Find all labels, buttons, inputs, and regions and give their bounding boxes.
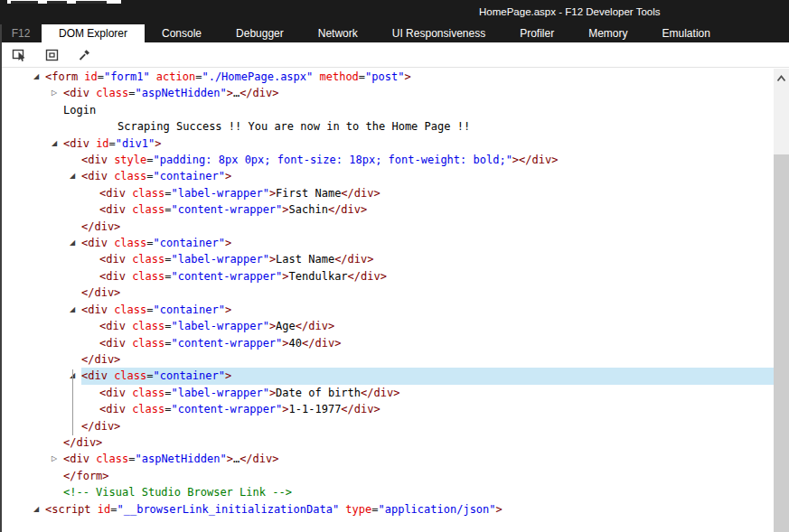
- dom-tree-row[interactable]: ▷<div class="aspNetHidden">…</div>: [2, 85, 774, 101]
- dom-tree-row-text: <div class="content-wrapper">Sachin</div…: [99, 201, 774, 218]
- dom-tree-row-text: <div class="content-wrapper">40</div>: [99, 335, 774, 351]
- twisty-expanded-icon[interactable]: ◢: [70, 368, 81, 384]
- f12-label: F12: [0, 24, 42, 42]
- dom-tree-row[interactable]: </form>: [2, 468, 774, 484]
- dom-tree-row[interactable]: <div class="label-wrapper">First Name</d…: [2, 185, 774, 201]
- dom-tree-row-text: <div class="container">: [81, 368, 774, 384]
- background-window-sliver: [7, 0, 121, 4]
- dom-tree-row[interactable]: </div>: [2, 418, 774, 434]
- element-highlight-icon: [44, 47, 61, 63]
- vertical-scrollbar[interactable]: [774, 69, 789, 532]
- dom-tree-row[interactable]: <div class="label-wrapper">Last Name</di…: [2, 251, 774, 267]
- dom-tree-row-text: <div class="label-wrapper">Date of birth…: [99, 385, 774, 401]
- selected-node-guide-line: [72, 369, 73, 435]
- dom-tree-row[interactable]: <!-- Visual Studio Browser Link -->: [2, 484, 774, 500]
- dom-tree-row[interactable]: ◢<div class="container">: [2, 168, 774, 184]
- dom-tree-row-text: <div class="container">: [81, 235, 774, 251]
- dom-tree-row-text: </div>: [81, 351, 774, 368]
- dom-tree-row-text: Scraping Success !! You are now in to th…: [117, 118, 774, 135]
- f12-developer-tools-window: HomePage.aspx - F12 Developer Tools F12 …: [0, 0, 789, 532]
- dom-tree-row[interactable]: <div class="content-wrapper">1-1-1977</d…: [2, 401, 774, 417]
- dom-tree-row[interactable]: <div class="label-wrapper">Date of birth…: [2, 385, 774, 401]
- twisty-expanded-icon[interactable]: ◢: [52, 135, 63, 152]
- tab-ui-responsiveness[interactable]: UI Responsiveness: [375, 24, 503, 42]
- chevron-up-icon: [776, 75, 786, 82]
- tab-console[interactable]: Console: [145, 24, 219, 42]
- dom-tree-row-text: <div id="div1">: [63, 135, 774, 152]
- dom-tree-row-text: <div style="padding: 8px 0px; font-size:…: [81, 152, 774, 168]
- dom-tree-row[interactable]: </div>: [2, 219, 774, 235]
- tab-emulation[interactable]: Emulation: [645, 24, 728, 42]
- color-picker-button[interactable]: [74, 44, 96, 66]
- element-highlight-button[interactable]: [42, 44, 63, 66]
- dom-tree-row-text: </div>: [81, 219, 774, 235]
- dom-tree-row-text: <div class="label-wrapper">Last Name</di…: [99, 251, 774, 267]
- dom-tree-row[interactable]: Scraping Success !! You are now in to th…: [2, 118, 774, 135]
- twisty-expanded-icon[interactable]: ◢: [33, 69, 45, 85]
- dom-tree-row[interactable]: <div class="content-wrapper">Tendulkar</…: [2, 268, 774, 285]
- tab-memory[interactable]: Memory: [571, 24, 644, 42]
- twisty-expanded-icon[interactable]: ◢: [70, 235, 81, 251]
- dom-tree-row-text: <div class="aspNetHidden">…</div>: [63, 85, 774, 101]
- dom-tree-row-text: </div>: [81, 285, 774, 301]
- dom-tree-row-text: <div class="label-wrapper">Age</div>: [99, 318, 774, 334]
- dom-tree-row[interactable]: ◢<div id="div1">: [2, 135, 774, 152]
- title-bar: HomePage.aspx - F12 Developer Tools: [0, 0, 789, 24]
- tab-dom-explorer[interactable]: DOM Explorer: [42, 24, 145, 42]
- twisty-expanded-icon[interactable]: ◢: [70, 168, 81, 184]
- dom-tree-row-text: <div class="label-wrapper">First Name</d…: [99, 185, 774, 201]
- dom-tree-row[interactable]: </div>: [2, 285, 774, 301]
- dom-tree-row[interactable]: <div class="content-wrapper">40</div>: [2, 335, 774, 351]
- dom-tree-row[interactable]: </div>: [2, 351, 774, 368]
- dom-tree-row-text: </div>: [81, 418, 774, 434]
- dom-tree-row-text: <div class="aspNetHidden">…</div>: [63, 451, 774, 467]
- dom-tree-row[interactable]: <div class="content-wrapper">Sachin</div…: [2, 201, 774, 218]
- dom-tree-row[interactable]: Login: [2, 102, 774, 118]
- dom-tree-row[interactable]: ◢<div class="container">: [2, 302, 774, 318]
- twisty-collapsed-icon[interactable]: ▷: [52, 85, 63, 101]
- dom-tree-row-text: <script id="__browserLink_initialization…: [45, 501, 774, 518]
- dom-tree-row-text: <div class="content-wrapper">Tendulkar</…: [99, 268, 774, 285]
- dom-tree-row-text: <!-- Visual Studio Browser Link -->: [63, 484, 774, 500]
- dom-tree-row[interactable]: <div class="label-wrapper">Age</div>: [2, 318, 774, 334]
- dom-tree-row[interactable]: ◢<div class="container">: [2, 235, 774, 251]
- dom-tree-row[interactable]: ▷<div class="aspNetHidden">…</div>: [2, 451, 774, 467]
- select-element-icon: [12, 47, 28, 63]
- tab-debugger[interactable]: Debugger: [219, 24, 301, 42]
- dom-tree-row-text: </div>: [63, 434, 774, 451]
- scroll-up-button[interactable]: [774, 69, 789, 89]
- tab-bar: F12 DOM ExplorerConsoleDebuggerNetworkUI…: [0, 24, 789, 42]
- dom-tree-row-text: <div class="container">: [81, 302, 774, 318]
- select-element-button[interactable]: [9, 44, 31, 66]
- twisty-expanded-icon[interactable]: ◢: [33, 501, 45, 518]
- scrollbar-thumb[interactable]: [774, 154, 789, 532]
- toolbar: [2, 42, 789, 68]
- dom-tree-row[interactable]: <div style="padding: 8px 0px; font-size:…: [2, 152, 774, 168]
- twisty-expanded-icon[interactable]: ◢: [70, 302, 81, 318]
- color-picker-icon: [77, 47, 93, 63]
- dom-tree-row-text: Login: [63, 102, 774, 118]
- tab-profiler[interactable]: Profiler: [503, 24, 571, 42]
- dom-tree-row-text: <div class="container">: [81, 168, 774, 184]
- dom-tree-row[interactable]: </div>: [2, 434, 774, 451]
- dom-tree-row-text: </form>: [63, 468, 774, 484]
- dom-tree-row[interactable]: ◢<form id="form1" action="./HomePage.asp…: [2, 69, 774, 85]
- dom-tree-row-selected[interactable]: ◢<div class="container">: [2, 368, 774, 384]
- dom-tree: ◢<form id="form1" action="./HomePage.asp…: [2, 69, 774, 518]
- window-title: HomePage.aspx - F12 Developer Tools: [479, 6, 661, 17]
- dom-tree-row[interactable]: ◢<script id="__browserLink_initializatio…: [2, 501, 774, 518]
- dom-tree-row-text: <form id="form1" action="./HomePage.aspx…: [45, 69, 774, 85]
- twisty-collapsed-icon[interactable]: ▷: [52, 451, 63, 467]
- dom-explorer-content: ◢<form id="form1" action="./HomePage.asp…: [2, 69, 789, 532]
- tab-network[interactable]: Network: [301, 24, 375, 42]
- dom-tree-row-text: <div class="content-wrapper">1-1-1977</d…: [99, 401, 774, 417]
